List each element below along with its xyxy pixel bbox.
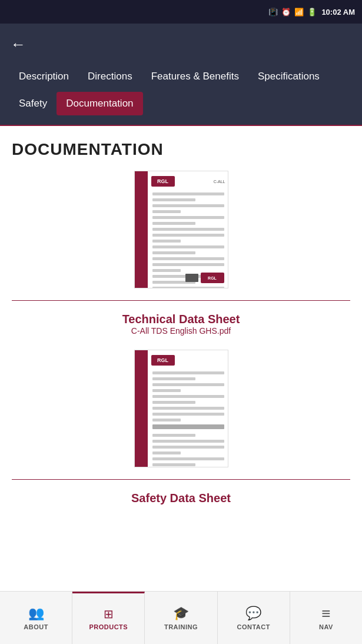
- signal-icon: 📶: [294, 8, 304, 16]
- about-icon: 👥: [28, 606, 44, 621]
- contact-label: CONTACT: [237, 623, 270, 630]
- back-button[interactable]: ←: [11, 35, 26, 54]
- tab-contact[interactable]: 💬 CONTACT: [218, 592, 290, 644]
- bottom-tab-bar: 👥 ABOUT ⊞ PRODUCTS 🎓 TRAINING 💬 CONTACT …: [0, 591, 362, 644]
- training-icon: 🎓: [173, 606, 189, 621]
- alarm-icon: ⏰: [281, 8, 291, 16]
- tab-specifications[interactable]: Specifications: [248, 65, 329, 88]
- products-label: PRODUCTS: [89, 623, 128, 630]
- status-time: 10:02 AM: [321, 8, 355, 16]
- tab-products[interactable]: ⊞ PRODUCTS: [72, 592, 145, 644]
- status-icons: 📳 ⏰ 📶 🔋: [268, 8, 317, 16]
- contact-icon: 💬: [245, 606, 261, 621]
- vibrate-icon: 📳: [268, 8, 278, 16]
- header: ←: [0, 24, 362, 65]
- section-title: DOCUMENTATION: [12, 140, 350, 159]
- doc-logo-tds: RGL: [151, 176, 175, 187]
- tab-safety[interactable]: Safety: [9, 92, 57, 115]
- nav-icon: ≡: [321, 606, 330, 621]
- doc-item-sds[interactable]: RGL Safety Data Sheet: [12, 350, 350, 505]
- doc-label-sds: Safety Data Sheet: [131, 492, 231, 505]
- products-icon: ⊞: [104, 607, 114, 621]
- main-content: DOCUMENTATION RGL C-ALL: [0, 125, 362, 589]
- tab-training[interactable]: 🎓 TRAINING: [145, 592, 217, 644]
- tab-features[interactable]: Features & Benefits: [142, 65, 248, 88]
- doc-thumbnail-tds: RGL C-ALL: [134, 171, 228, 288]
- tab-nav[interactable]: ≡ NAV: [290, 592, 362, 644]
- doc-item-tds[interactable]: RGL C-ALL: [12, 171, 350, 336]
- nav-tabs: Description Directions Features & Benefi…: [0, 65, 362, 125]
- nav-label: NAV: [319, 623, 333, 630]
- tab-description[interactable]: Description: [9, 65, 78, 88]
- battery-icon: 🔋: [307, 8, 317, 16]
- tab-about[interactable]: 👥 ABOUT: [0, 592, 72, 644]
- tab-directions[interactable]: Directions: [78, 65, 142, 88]
- doc-sublabel-tds: C-All TDS English GHS.pdf: [131, 326, 231, 336]
- status-bar: 📳 ⏰ 📶 🔋 10:02 AM: [0, 0, 362, 24]
- training-label: TRAINING: [164, 623, 198, 630]
- about-label: ABOUT: [24, 623, 48, 630]
- doc-thumbnail-sds: RGL: [134, 350, 228, 467]
- doc-label-tds: Technical Data Sheet: [122, 313, 240, 326]
- doc-logo-sds: RGL: [151, 355, 175, 366]
- tab-documentation[interactable]: Documentation: [57, 92, 142, 115]
